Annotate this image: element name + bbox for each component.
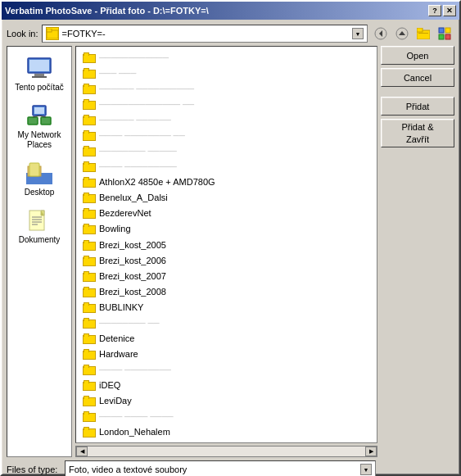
cancel-button[interactable]: Cancel <box>381 68 454 87</box>
back-button[interactable] <box>371 25 391 43</box>
files-of-type-arrow[interactable]: ▼ <box>360 464 372 475</box>
list-item[interactable]: ────────────── ── <box>79 97 243 111</box>
sidebar-item-computer[interactable]: Tento počítač <box>11 53 68 94</box>
list-item[interactable]: iDEQ <box>79 378 243 392</box>
desktop-icon <box>26 160 52 186</box>
svg-rect-14 <box>29 60 49 71</box>
list-item[interactable]: ──── ──────── <box>79 362 243 377</box>
files-of-type-label: Files of type: <box>7 465 60 474</box>
bottom-section: Files of type: Foto, video a textové sou… <box>7 460 454 476</box>
window-title: Verbatim PhotoSave - Přidat foto - D:\=F… <box>5 6 209 16</box>
list-item[interactable]: ──── ──── ──── <box>79 409 243 424</box>
list-item[interactable]: Benelux_A_Dalsi <box>79 190 243 205</box>
look-in-label: Look in: <box>7 29 38 39</box>
look-in-combo[interactable]: =FOTKY=- ▼ <box>42 25 368 43</box>
scroll-track <box>88 447 365 456</box>
sidebar-item-network[interactable]: My Network Places <box>11 101 68 152</box>
list-item[interactable]: Detenice <box>79 331 243 346</box>
list-item[interactable]: Hardware <box>79 347 243 361</box>
network-icon <box>26 102 52 129</box>
sidebar-item-computer-label: Tento počítač <box>15 83 63 93</box>
list-item[interactable]: ────── ────────── <box>79 81 243 96</box>
list-item[interactable]: AthlonX2 4850e + AMD780G <box>79 175 243 189</box>
list-item[interactable]: London_Nehalem <box>79 424 243 439</box>
right-panel: Open Cancel Přidat Přidat &Zavřít <box>381 46 454 457</box>
svg-rect-10 <box>445 28 450 33</box>
svg-rect-16 <box>32 76 47 78</box>
list-item[interactable]: ─── ─── <box>79 66 243 80</box>
help-button[interactable]: ? <box>428 5 441 16</box>
computer-icon <box>26 55 52 81</box>
file-browse-area[interactable]: ──────────── ─── ─── ────── ────────── <box>75 46 377 443</box>
sidebar: Tento počítač My Network <box>7 46 72 457</box>
svg-rect-12 <box>445 34 450 39</box>
toolbar-buttons <box>371 25 454 43</box>
list-item[interactable]: BUBLINKY <box>79 300 243 315</box>
title-buttons: ? ✕ <box>428 5 456 16</box>
scroll-right-button[interactable]: ▶ <box>365 447 377 456</box>
list-item[interactable]: Brezi_kost_2005 <box>79 238 243 252</box>
files-of-type-row: Files of type: Foto, video a textové sou… <box>7 460 454 476</box>
svg-rect-9 <box>439 28 444 33</box>
list-item[interactable]: Brezi_kost_2006 <box>79 253 243 268</box>
list-item[interactable]: ──── ──────── ── <box>79 128 243 143</box>
svg-rect-15 <box>34 74 44 76</box>
svg-rect-1 <box>47 29 52 32</box>
title-bar: Verbatim PhotoSave - Přidat foto - D:\=F… <box>2 2 459 20</box>
look-in-bar: Look in: =FOTKY=- ▼ <box>7 25 454 43</box>
list-item[interactable]: ──────── ── <box>79 315 243 330</box>
pridat-zavrit-button[interactable]: Přidat &Zavřít <box>381 119 454 147</box>
list-item[interactable]: ──────────── <box>79 50 243 65</box>
close-button[interactable]: ✕ <box>443 5 456 16</box>
documents-icon <box>26 207 52 233</box>
svg-rect-18 <box>34 107 44 114</box>
list-item[interactable]: Brezi_kost_2007 <box>79 269 243 283</box>
svg-rect-25 <box>29 163 39 176</box>
window-body: Look in: =FOTKY=- ▼ <box>2 20 459 476</box>
files-of-type-value: Foto, video a textové soubory <box>69 465 360 474</box>
svg-rect-11 <box>439 34 444 39</box>
main-area: Tento počítač My Network <box>7 46 454 457</box>
look-in-value: =FOTKY=- <box>62 29 352 39</box>
folder-icon <box>46 27 59 40</box>
open-button[interactable]: Open <box>381 46 454 65</box>
svg-rect-8 <box>418 33 428 34</box>
list-item[interactable]: Bowling <box>79 221 243 236</box>
list-item[interactable]: ──────── ───── <box>79 143 243 158</box>
look-in-dropdown-arrow[interactable]: ▼ <box>352 28 364 39</box>
view-button[interactable] <box>435 25 454 43</box>
sidebar-item-network-label: My Network Places <box>12 130 66 150</box>
horizontal-scrollbar[interactable]: ◀ ▶ <box>75 446 377 457</box>
list-item[interactable]: ──── ───────── <box>79 159 243 174</box>
pridat-button[interactable]: Přidat <box>381 97 454 116</box>
folder-button[interactable] <box>414 25 433 43</box>
sidebar-item-desktop-label: Desktop <box>25 188 55 197</box>
files-of-type-combo[interactable]: Foto, video a textové soubory ▼ <box>65 460 376 476</box>
sidebar-item-documents-label: Dokumenty <box>19 235 61 245</box>
svg-rect-20 <box>41 117 51 125</box>
svg-rect-7 <box>417 28 423 32</box>
list-item[interactable]: Brezi_kost_2008 <box>79 284 243 299</box>
main-window: Verbatim PhotoSave - Přidat foto - D:\=F… <box>0 0 461 476</box>
sidebar-item-documents[interactable]: Dokumenty <box>11 206 68 247</box>
sidebar-item-desktop[interactable]: Desktop <box>11 158 68 199</box>
scroll-left-button[interactable]: ◀ <box>76 447 88 456</box>
svg-rect-19 <box>28 117 38 125</box>
list-item[interactable]: BezderevNet <box>79 206 243 220</box>
list-item[interactable]: LeviDay <box>79 393 243 408</box>
up-button[interactable] <box>392 25 412 43</box>
list-item[interactable]: ────── ────── <box>79 112 243 127</box>
